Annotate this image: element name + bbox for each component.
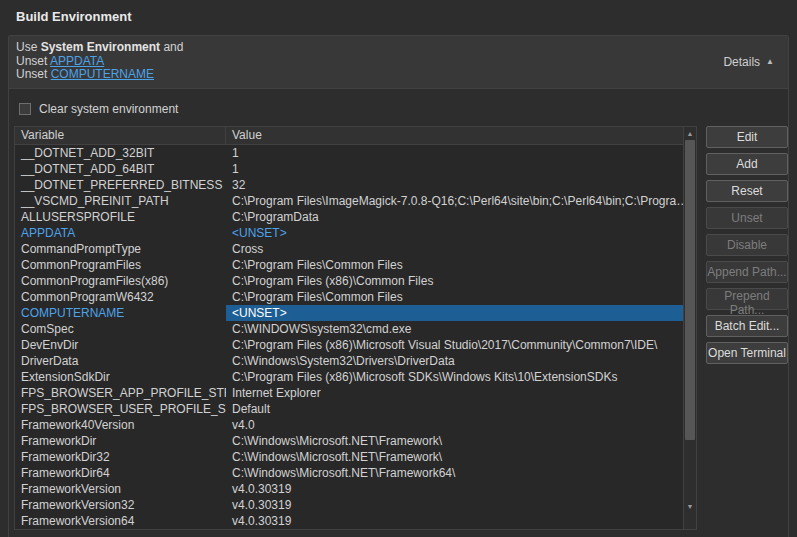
value-cell: v4.0.30319 (226, 497, 683, 513)
table-row[interactable]: ComSpec C:\WINDOWS\system32\cmd.exe (15, 321, 683, 337)
variable-cell: ComSpec (15, 321, 226, 337)
value-cell: <UNSET> (226, 225, 683, 241)
variable-cell: FPS_BROWSER_APP_PROFILE_STRING (15, 385, 226, 401)
variable-cell: Framework40Version (15, 417, 226, 433)
disable-button[interactable]: Disable (706, 234, 788, 256)
details-content: Clear system environment Variable Value … (9, 89, 788, 530)
table-row[interactable]: FPS_BROWSER_USER_PROFILE_STRING Default (15, 401, 683, 417)
batch-edit-button[interactable]: Batch Edit... (706, 315, 788, 337)
add-button[interactable]: Add (706, 153, 788, 175)
edit-button[interactable]: Edit (706, 126, 788, 148)
variable-cell: FrameworkDir32 (15, 449, 226, 465)
use-suffix: and (160, 40, 183, 54)
value-cell: C:\Program Files (x86)\Microsoft Visual … (226, 337, 683, 353)
variable-cell: FrameworkVersion64 (15, 513, 226, 529)
scrollbar-thumb[interactable] (685, 140, 695, 440)
variable-cell: CommonProgramW6432 (15, 289, 226, 305)
scroll-down-button[interactable]: ▼ (684, 500, 696, 513)
table-row[interactable]: CommonProgramFiles(x86) C:\Program Files… (15, 273, 683, 289)
value-cell: v4.0.30319 (226, 513, 683, 529)
table-header: Variable Value (15, 127, 696, 145)
table-row[interactable]: __DOTNET_ADD_32BIT 1 (15, 145, 683, 161)
table-row[interactable]: FrameworkVersion64 v4.0.30319 (15, 513, 683, 529)
table-row[interactable]: CommonProgramFiles C:\Program Files\Comm… (15, 257, 683, 273)
value-cell: Cross (226, 241, 683, 257)
variable-cell: FrameworkDir64 (15, 465, 226, 481)
variable-cell: DevEnvDir (15, 337, 226, 353)
table-row[interactable]: __VSCMD_PREINIT_PATH C:\Program Files\Im… (15, 193, 683, 209)
variable-cell: CommonProgramFiles(x86) (15, 273, 226, 289)
table-row[interactable]: ALLUSERSPROFILE C:\ProgramData (15, 209, 683, 225)
unset-button[interactable]: Unset (706, 207, 788, 229)
variable-cell: FPS_BROWSER_USER_PROFILE_STRING (15, 401, 226, 417)
env-variable-table: Variable Value __DOTNET_ADD_32BIT 1 __DO… (14, 126, 697, 530)
table-row[interactable]: __DOTNET_PREFERRED_BITNESS 32 (15, 177, 683, 193)
append-path-button[interactable]: Append Path... (706, 261, 788, 283)
value-cell: C:\WINDOWS\system32\cmd.exe (226, 321, 683, 337)
clear-system-environment-row: Clear system environment (19, 102, 788, 116)
value-cell: 1 (226, 145, 683, 161)
column-header-value[interactable]: Value (226, 127, 683, 144)
table-row[interactable]: __DOTNET_ADD_64BIT 1 (15, 161, 683, 177)
variable-cell: __DOTNET_PREFERRED_BITNESS (15, 177, 226, 193)
value-cell: Internet Explorer (226, 385, 683, 401)
scroll-up-button[interactable]: ▲ (684, 127, 696, 140)
reset-button[interactable]: Reset (706, 180, 788, 202)
variable-cell: CommandPromptType (15, 241, 226, 257)
details-toggle[interactable]: Details ▲ (723, 55, 774, 69)
chevron-up-icon: ▲ (766, 58, 774, 66)
details-label: Details (723, 55, 760, 69)
table-row[interactable]: DriverData C:\Windows\System32\Drivers\D… (15, 353, 683, 369)
table-row[interactable]: APPDATA <UNSET> (15, 225, 683, 241)
value-cell: C:\Windows\Microsoft.NET\Framework\ (226, 433, 683, 449)
summary-unset-appdata-line: Unset APPDATA (16, 55, 780, 69)
value-cell: C:\Windows\System32\Drivers\DriverData (226, 353, 683, 369)
value-cell: C:\Program Files\ImageMagick-7.0.8-Q16;C… (226, 193, 683, 209)
page-title: Build Environment (0, 0, 797, 28)
use-prefix: Use (16, 40, 41, 54)
details-widget: Use System Environment and Unset APPDATA… (8, 35, 789, 537)
value-cell: Default (226, 401, 683, 417)
variable-cell: FrameworkDir (15, 433, 226, 449)
value-cell: C:\Program Files\Common Files (226, 257, 683, 273)
value-cell: C:\Program Files (x86)\Common Files (226, 273, 683, 289)
computername-link[interactable]: COMPUTERNAME (51, 67, 154, 81)
prepend-path-button[interactable]: Prepend Path... (706, 288, 788, 310)
table-row[interactable]: FrameworkVersion v4.0.30319 (15, 481, 683, 497)
variable-cell: CommonProgramFiles (15, 257, 226, 273)
appdata-link[interactable]: APPDATA (50, 54, 104, 68)
value-cell: 32 (226, 177, 683, 193)
table-row[interactable]: FrameworkDir64 C:\Windows\Microsoft.NET\… (15, 465, 683, 481)
environment-editor: Variable Value __DOTNET_ADD_32BIT 1 __DO… (14, 126, 788, 530)
table-row[interactable]: ExtensionSdkDir C:\Program Files (x86)\M… (15, 369, 683, 385)
clear-system-environment-checkbox[interactable] (19, 103, 31, 115)
variable-cell: __VSCMD_PREINIT_PATH (15, 193, 226, 209)
value-cell: v4.0.30319 (226, 481, 683, 497)
value-cell: C:\ProgramData (226, 209, 683, 225)
use-system-environment: System Environment (41, 40, 160, 54)
variable-cell: __DOTNET_ADD_64BIT (15, 161, 226, 177)
value-cell: C:\Program Files (x86)\Microsoft SDKs\Wi… (226, 369, 683, 385)
table-row[interactable]: Framework40Version v4.0 (15, 417, 683, 433)
table-row[interactable]: DevEnvDir C:\Program Files (x86)\Microso… (15, 337, 683, 353)
table-row[interactable]: FrameworkDir32 C:\Windows\Microsoft.NET\… (15, 449, 683, 465)
variable-cell: FrameworkVersion (15, 481, 226, 497)
open-terminal-button[interactable]: Open Terminal (706, 342, 788, 364)
table-row[interactable]: FPS_BROWSER_APP_PROFILE_STRING Internet … (15, 385, 683, 401)
value-cell: C:\Windows\Microsoft.NET\Framework\ (226, 449, 683, 465)
value-cell: <UNSET> (226, 305, 683, 321)
table-row[interactable]: CommonProgramW6432 C:\Program Files\Comm… (15, 289, 683, 305)
summary-unset-computername-line: Unset COMPUTERNAME (16, 68, 780, 82)
value-cell: C:\Windows\Microsoft.NET\Framework64\ (226, 465, 683, 481)
table-row[interactable]: FrameworkVersion32 v4.0.30319 (15, 497, 683, 513)
details-summary: Use System Environment and Unset APPDATA… (9, 36, 788, 89)
value-cell: v4.0 (226, 417, 683, 433)
vertical-scrollbar[interactable]: ▲ ▼ (683, 127, 696, 529)
column-header-variable[interactable]: Variable (15, 127, 226, 144)
variable-cell: ALLUSERSPROFILE (15, 209, 226, 225)
table-row[interactable]: CommandPromptType Cross (15, 241, 683, 257)
table-row[interactable]: COMPUTERNAME <UNSET> (15, 305, 683, 321)
buttons-column: EditAddResetUnsetDisableAppend Path...Pr… (706, 126, 788, 364)
value-cell: C:\Program Files\Common Files (226, 289, 683, 305)
table-row[interactable]: FrameworkDir C:\Windows\Microsoft.NET\Fr… (15, 433, 683, 449)
